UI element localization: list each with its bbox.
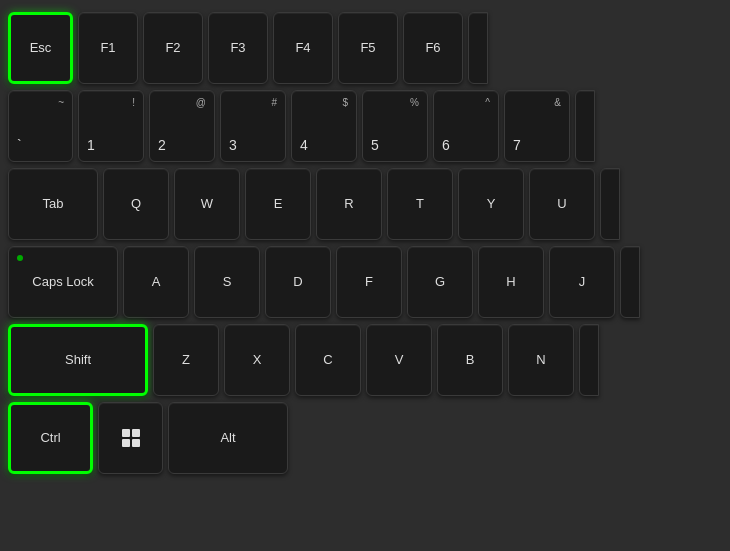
- windows-icon: [122, 429, 140, 447]
- key-a[interactable]: A: [123, 246, 189, 318]
- key-b[interactable]: B: [437, 324, 503, 396]
- key-z[interactable]: Z: [153, 324, 219, 396]
- key-x[interactable]: X: [224, 324, 290, 396]
- key-win[interactable]: [98, 402, 163, 474]
- key-n[interactable]: N: [508, 324, 574, 396]
- key-e[interactable]: E: [245, 168, 311, 240]
- shift-row: Shift Z X C V B N: [8, 324, 722, 396]
- key-alt[interactable]: Alt: [168, 402, 288, 474]
- key-7[interactable]: & 7: [504, 90, 570, 162]
- key-w[interactable]: W: [174, 168, 240, 240]
- key-u[interactable]: U: [529, 168, 595, 240]
- key-j[interactable]: J: [549, 246, 615, 318]
- key-shift[interactable]: Shift: [8, 324, 148, 396]
- key-f3[interactable]: F3: [208, 12, 268, 84]
- key-5[interactable]: % 5: [362, 90, 428, 162]
- capslock-indicator: [17, 255, 23, 261]
- key-f5[interactable]: F5: [338, 12, 398, 84]
- key-f[interactable]: F: [336, 246, 402, 318]
- key-d[interactable]: D: [265, 246, 331, 318]
- function-row: Esc F1 F2 F3 F4 F5 F6: [8, 12, 722, 84]
- key-f4[interactable]: F4: [273, 12, 333, 84]
- key-4[interactable]: $ 4: [291, 90, 357, 162]
- key-partial-k: [620, 246, 640, 318]
- key-3[interactable]: # 3: [220, 90, 286, 162]
- key-f1[interactable]: F1: [78, 12, 138, 84]
- key-t[interactable]: T: [387, 168, 453, 240]
- key-partial-f7: [468, 12, 488, 84]
- key-f6[interactable]: F6: [403, 12, 463, 84]
- key-partial-8: [575, 90, 595, 162]
- key-partial-i: [600, 168, 620, 240]
- qwerty-row: Tab Q W E R T Y U: [8, 168, 722, 240]
- keyboard: Esc F1 F2 F3 F4 F5 F6 ~ ` ! 1: [0, 0, 730, 551]
- home-row: Caps Lock A S D F G H J: [8, 246, 722, 318]
- key-s[interactable]: S: [194, 246, 260, 318]
- key-1[interactable]: ! 1: [78, 90, 144, 162]
- key-y[interactable]: Y: [458, 168, 524, 240]
- key-capslock[interactable]: Caps Lock: [8, 246, 118, 318]
- key-tab[interactable]: Tab: [8, 168, 98, 240]
- key-q[interactable]: Q: [103, 168, 169, 240]
- key-backtick[interactable]: ~ `: [8, 90, 73, 162]
- ctrl-row: Ctrl Alt: [8, 402, 722, 474]
- key-esc[interactable]: Esc: [8, 12, 73, 84]
- key-6[interactable]: ^ 6: [433, 90, 499, 162]
- key-f2[interactable]: F2: [143, 12, 203, 84]
- key-2[interactable]: @ 2: [149, 90, 215, 162]
- key-partial-m: [579, 324, 599, 396]
- key-v[interactable]: V: [366, 324, 432, 396]
- key-g[interactable]: G: [407, 246, 473, 318]
- key-h[interactable]: H: [478, 246, 544, 318]
- number-row: ~ ` ! 1 @ 2 # 3 $ 4 % 5 ^ 6 & 7: [8, 90, 722, 162]
- key-ctrl[interactable]: Ctrl: [8, 402, 93, 474]
- key-r[interactable]: R: [316, 168, 382, 240]
- key-c[interactable]: C: [295, 324, 361, 396]
